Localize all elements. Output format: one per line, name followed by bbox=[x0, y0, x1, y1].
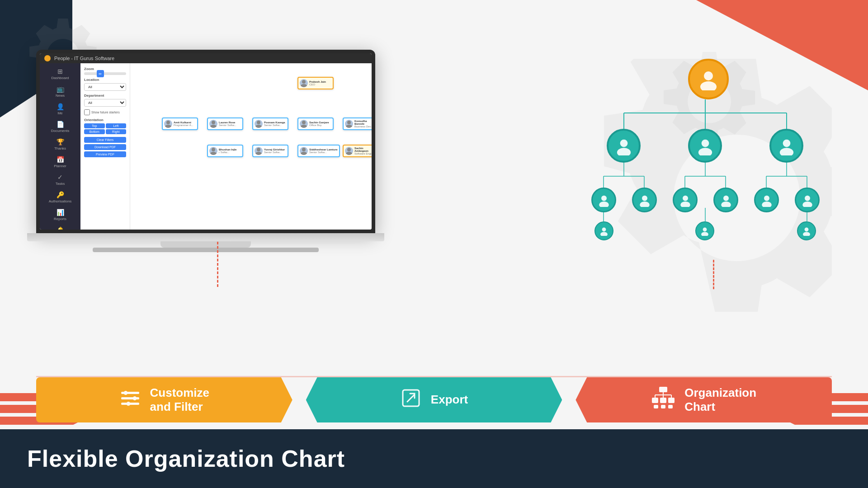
oc-circle-l2-6 bbox=[795, 188, 820, 212]
oc-node-l2-5 bbox=[754, 188, 779, 212]
svg-point-9 bbox=[301, 125, 307, 128]
location-label: Location bbox=[84, 78, 126, 82]
oc-node-l2-3 bbox=[673, 188, 698, 212]
person-icon-l3-1 bbox=[599, 226, 609, 236]
zoom-handle[interactable]: ⇔ bbox=[97, 70, 104, 77]
oc-node-l3-2 bbox=[695, 221, 714, 240]
show-future-row: Show future starters bbox=[84, 109, 126, 115]
features-row: Customizeand Filter Export bbox=[36, 377, 832, 422]
laptop-foot bbox=[93, 248, 319, 252]
feature-orgchart[interactable]: OrganizationChart bbox=[576, 377, 832, 422]
person-icon-root bbox=[697, 68, 720, 90]
org-node-4[interactable]: Sachin GanjareOffice Boy bbox=[297, 117, 334, 130]
org-role-5: Business Dev... bbox=[354, 125, 372, 128]
person-icon-l2-2 bbox=[638, 193, 651, 207]
btn-clear-filters[interactable]: Clear Filters bbox=[84, 137, 126, 143]
show-future-label: Show future starters bbox=[91, 111, 120, 114]
me-icon: 👤 bbox=[57, 103, 64, 110]
org-info-1: Amit KulkarniProgrammer A... bbox=[174, 121, 193, 127]
org-node-3[interactable]: Poonam KavegaSenior Softw... bbox=[252, 117, 288, 130]
org-info-8: Siddheshwar LamtureSenior Softw... bbox=[309, 148, 338, 154]
zoom-bar[interactable]: ⇔ bbox=[84, 72, 126, 75]
oc-node-l2-1 bbox=[591, 188, 616, 212]
svg-point-61 bbox=[600, 232, 608, 236]
org-role-1: Programmer A... bbox=[174, 124, 193, 127]
sidebar-item-reports[interactable]: 📊 Reports bbox=[40, 206, 80, 224]
avatar-6 bbox=[209, 147, 217, 155]
btn-left[interactable]: Left bbox=[106, 123, 127, 128]
org-node-6[interactable]: Bhushan Injler Softw... bbox=[207, 145, 243, 157]
org-node-8[interactable]: Siddheshwar LamtureSenior Softw... bbox=[297, 145, 340, 157]
bottom-bar: Flexible Organization Chart bbox=[0, 429, 868, 488]
oc-circle-l2-1 bbox=[591, 188, 616, 212]
org-name-9: Sachin Ambegaon bbox=[354, 147, 372, 152]
news-icon: 📺 bbox=[57, 85, 64, 93]
person-icon-l1-right bbox=[777, 136, 796, 155]
department-select[interactable]: All bbox=[84, 99, 126, 107]
svg-point-6 bbox=[257, 121, 260, 124]
svg-point-52 bbox=[683, 195, 688, 201]
btn-top[interactable]: Top bbox=[84, 123, 105, 128]
sidebar-item-notifications[interactable]: 🔔 Notifications bbox=[40, 224, 80, 230]
btn-download-pdf[interactable]: Download PDF bbox=[84, 144, 126, 150]
sidebar-label-authorisations: Authorisations bbox=[49, 199, 72, 203]
show-future-checkbox[interactable] bbox=[84, 109, 90, 115]
org-info-5: Komudha BanodeBusiness Dev... bbox=[354, 120, 372, 128]
location-select[interactable]: All bbox=[84, 83, 126, 91]
svg-rect-73 bbox=[659, 387, 667, 392]
oc-circle-l2-3 bbox=[673, 188, 698, 212]
oc-circle-l2-4 bbox=[713, 188, 738, 212]
svg-point-70 bbox=[133, 396, 137, 400]
oc-node-l3-1 bbox=[594, 221, 613, 240]
sidebar-item-authorisations[interactable]: 🔑 Authorisations bbox=[40, 188, 80, 206]
svg-rect-83 bbox=[661, 405, 665, 408]
org-info-4: Sachin GanjareOffice Boy bbox=[309, 121, 329, 127]
org-info-9: Sachin AmbegaonSoftware Engi... bbox=[354, 147, 372, 155]
sidebar-label-thanks: Thanks bbox=[54, 146, 66, 150]
app-titlebar: People - IT Gurus Software bbox=[40, 53, 372, 63]
dashboard-icon: ⊞ bbox=[57, 68, 63, 75]
svg-point-15 bbox=[255, 152, 262, 155]
btn-preview-pdf[interactable]: Preview PDF bbox=[84, 151, 126, 157]
sidebar-item-dashboard[interactable]: ⊞ Dashboard bbox=[40, 65, 80, 83]
app-title: People - IT Gurus Software bbox=[54, 56, 114, 61]
org-node-0[interactable]: Prakesh JainCEO bbox=[297, 77, 334, 89]
svg-point-63 bbox=[701, 232, 708, 236]
org-node-2[interactable]: Lauren RoseSenior Softw... bbox=[207, 117, 243, 130]
bottom-title: Flexible Organization Chart bbox=[27, 445, 345, 472]
sidebar-item-me[interactable]: 👤 Me bbox=[40, 100, 80, 118]
svg-point-3 bbox=[165, 125, 171, 128]
svg-rect-82 bbox=[654, 405, 658, 408]
svg-point-5 bbox=[210, 125, 217, 128]
sidebar-item-thanks[interactable]: 🏆 Thanks bbox=[40, 136, 80, 153]
avatar-4 bbox=[300, 120, 308, 128]
org-chart-canvas: Prakesh JainCEOAmit KulkarniProgrammer A… bbox=[130, 63, 372, 230]
oc-node-l2-4 bbox=[713, 188, 738, 212]
org-node-1[interactable]: Amit KulkarniProgrammer A... bbox=[162, 117, 198, 130]
svg-point-69 bbox=[124, 391, 127, 394]
org-role-8: Senior Softw... bbox=[309, 151, 338, 154]
org-role-3: Senior Softw... bbox=[264, 124, 285, 127]
sidebar-item-planner[interactable]: 📅 Planner bbox=[40, 153, 80, 171]
feature-export[interactable]: Export bbox=[306, 377, 562, 422]
org-node-5[interactable]: Komudha BanodeBusiness Dev... bbox=[343, 117, 372, 130]
org-node-7[interactable]: Yuvraj GirishkarSenior Softw... bbox=[252, 145, 288, 157]
btn-bottom[interactable]: Bottom bbox=[84, 129, 105, 134]
avatar-0 bbox=[300, 79, 308, 87]
svg-point-49 bbox=[599, 202, 609, 207]
feature-customize[interactable]: Customizeand Filter bbox=[36, 377, 292, 422]
svg-point-45 bbox=[698, 148, 712, 155]
svg-point-56 bbox=[764, 195, 769, 201]
svg-rect-76 bbox=[668, 398, 675, 403]
org-node-9[interactable]: Sachin AmbegaonSoftware Engi... bbox=[343, 145, 372, 157]
org-role-2: Senior Softw... bbox=[219, 124, 236, 127]
sidebar-item-tasks[interactable]: ✓ Tasks bbox=[40, 171, 80, 188]
svg-point-46 bbox=[783, 139, 790, 147]
sidebar-item-news[interactable]: 📺 News bbox=[40, 83, 80, 100]
btn-right[interactable]: Right bbox=[106, 129, 127, 134]
app-body: ⊞ Dashboard 📺 News 👤 Me 📄 Documents bbox=[40, 63, 372, 230]
svg-point-11 bbox=[346, 125, 352, 128]
sidebar-item-documents[interactable]: 📄 Documents bbox=[40, 118, 80, 136]
avatar-5 bbox=[345, 120, 353, 128]
department-label: Department bbox=[84, 94, 126, 98]
